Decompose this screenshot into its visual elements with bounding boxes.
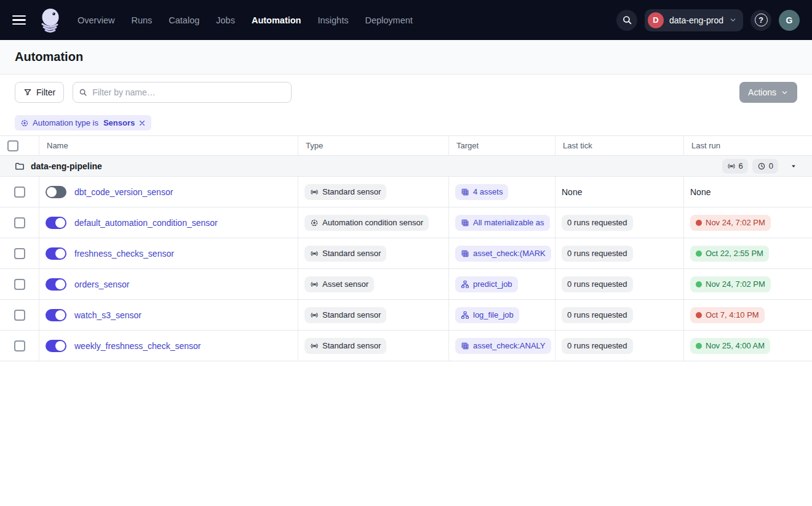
last-run-badge[interactable]: Oct 22, 2:55 PM (690, 246, 769, 262)
actions-button[interactable]: Actions (739, 82, 797, 103)
select-all-checkbox[interactable] (7, 140, 18, 151)
sensor-toggle[interactable] (46, 309, 66, 321)
remove-filter-button[interactable] (138, 119, 146, 127)
sensor-type-badge: Asset sensor (304, 276, 374, 292)
nav-item-jobs[interactable]: Jobs (216, 15, 235, 25)
nav-item-automation[interactable]: Automation (252, 15, 301, 25)
close-icon (138, 119, 146, 127)
sensor-toggle[interactable] (46, 340, 66, 352)
table-row: default_automation_condition_sensor Auto… (0, 207, 812, 238)
page-title: Automation (15, 50, 83, 64)
last-tick-badge: 0 runs requested (562, 338, 633, 354)
assets-grid-icon (461, 219, 469, 227)
help-button[interactable]: ? (750, 10, 771, 31)
sensor-toggle[interactable] (46, 217, 66, 229)
row-checkbox[interactable] (14, 217, 25, 228)
target-link-badge[interactable]: asset_check:(MARK (455, 246, 551, 262)
table-row: dbt_code_version_sensor Standard sensor … (0, 177, 812, 207)
collapse-group-button[interactable] (790, 163, 797, 170)
table-body: dbt_code_version_sensor Standard sensor … (0, 177, 812, 361)
primary-nav: Overview Runs Catalog Jobs Automation In… (78, 15, 413, 25)
last-run-badge[interactable]: Nov 25, 4:00 AM (690, 338, 770, 354)
table-row: watch_s3_sensor Standard sensor log_file… (0, 300, 812, 331)
caret-down-icon (790, 163, 797, 170)
job-graph-icon (461, 280, 469, 289)
assets-grid-icon (461, 249, 469, 258)
name-filter-input[interactable] (73, 82, 292, 103)
user-avatar[interactable]: G (779, 10, 800, 31)
row-checkbox[interactable] (14, 340, 25, 351)
repo-group-name: data-eng-pipeline (31, 161, 102, 171)
sensor-name-link[interactable]: orders_sensor (74, 279, 130, 289)
search-button[interactable] (616, 10, 637, 31)
dagster-logo[interactable] (37, 6, 64, 34)
title-bar: Automation (0, 40, 812, 74)
help-icon: ? (755, 14, 768, 26)
sensor-name-link[interactable]: weekly_freshness_check_sensor (74, 341, 201, 351)
filter-button[interactable]: Filter (15, 82, 64, 103)
last-run-badge[interactable]: Oct 7, 4:10 PM (690, 307, 765, 323)
run-status-dot (696, 220, 702, 226)
run-status-dot (696, 343, 702, 349)
sensor-name-link[interactable]: default_automation_condition_sensor (74, 218, 218, 228)
sensor-type-badge: Standard sensor (304, 184, 386, 200)
sensors-table: Name Type Target Last tick Last run data… (0, 136, 812, 361)
table-row: freshness_checks_sensor Standard sensor … (0, 238, 812, 269)
target-link-badge[interactable]: 4 assets (455, 184, 508, 200)
workspace-name: data-eng-prod (669, 15, 723, 25)
workspace-badge: D (648, 12, 664, 28)
filter-funnel-icon (23, 88, 32, 97)
nav-item-insights[interactable]: Insights (317, 15, 348, 25)
clock-icon (757, 162, 766, 171)
run-status-dot (696, 251, 702, 257)
target-link-badge[interactable]: asset_check:ANALY (455, 338, 551, 354)
sensor-name-link[interactable]: watch_s3_sensor (74, 310, 141, 320)
run-status-dot (696, 281, 702, 287)
last-run-badge[interactable]: Nov 24, 7:02 PM (690, 215, 771, 231)
schedule-count-badge: 0 (752, 159, 778, 174)
header-type: Type (298, 136, 449, 155)
sensor-signal-icon (310, 311, 319, 319)
sensor-toggle[interactable] (46, 278, 66, 291)
sensor-signal-icon (310, 249, 319, 258)
repo-group-row[interactable]: data-eng-pipeline 6 0 (0, 156, 812, 177)
row-checkbox[interactable] (14, 279, 25, 290)
sensor-toggle[interactable] (46, 247, 66, 260)
last-tick-badge: 0 runs requested (562, 246, 633, 262)
automation-condition-icon (310, 219, 319, 227)
sensor-count-badge: 6 (722, 159, 748, 174)
sensor-name-link[interactable]: freshness_checks_sensor (74, 249, 174, 259)
row-checkbox[interactable] (14, 248, 25, 259)
workspace-switcher[interactable]: D data-eng-prod (645, 9, 743, 31)
row-checkbox[interactable] (14, 310, 25, 321)
filter-chip-prefix: Automation type is (33, 118, 98, 127)
target-link-badge[interactable]: predict_job (455, 276, 518, 292)
table-header: Name Type Target Last tick Last run (0, 136, 812, 156)
header-name: Name (39, 136, 298, 155)
last-tick-badge: 0 runs requested (562, 307, 633, 323)
sensor-signal-icon (310, 188, 319, 196)
sensor-name-link[interactable]: dbt_code_version_sensor (74, 187, 173, 197)
nav-item-runs[interactable]: Runs (131, 15, 152, 25)
sensor-signal-icon (727, 162, 736, 171)
nav-item-deployment[interactable]: Deployment (365, 15, 412, 25)
table-row: weekly_freshness_check_sensor Standard s… (0, 331, 812, 361)
table-row: orders_sensor Asset sensor predict_job 0… (0, 269, 812, 300)
active-filters-row: Automation type is Sensors (0, 110, 812, 136)
header-last-run: Last run (684, 136, 812, 155)
menu-icon[interactable] (12, 15, 28, 25)
toolbar: Filter Actions (0, 74, 812, 110)
target-link-badge[interactable]: log_file_job (455, 307, 519, 323)
filter-chip-value: Sensors (103, 118, 135, 127)
last-tick-value: None (562, 187, 582, 197)
last-run-badge[interactable]: Nov 24, 7:02 PM (690, 276, 771, 292)
sensor-type-badge: Standard sensor (304, 307, 386, 323)
last-tick-badge: 0 runs requested (562, 276, 633, 292)
nav-item-catalog[interactable]: Catalog (169, 15, 199, 25)
target-link-badge[interactable]: All materializable as (455, 215, 550, 231)
row-checkbox[interactable] (14, 187, 25, 198)
filter-chip-automation-type[interactable]: Automation type is Sensors (15, 115, 151, 131)
search-icon (79, 88, 87, 97)
nav-item-overview[interactable]: Overview (78, 15, 114, 25)
sensor-toggle[interactable] (46, 186, 66, 198)
